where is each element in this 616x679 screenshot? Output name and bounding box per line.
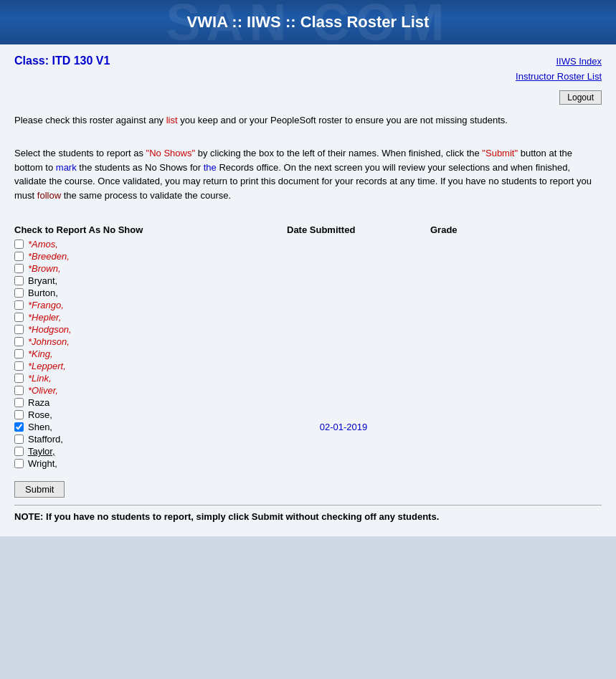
student-checkbox[interactable]	[14, 447, 24, 456]
table-row: Shen,02-01-2019	[14, 421, 602, 433]
table-row: *Johnson,	[14, 336, 602, 348]
class-name: ITD 130 V1	[52, 54, 110, 67]
highlight-mark: mark	[56, 162, 77, 173]
table-row: Wright,	[14, 457, 602, 470]
student-checkbox[interactable]	[14, 300, 24, 310]
col-header-name: Check to Report As No Show	[14, 224, 287, 235]
student-checkbox[interactable]	[14, 288, 24, 298]
table-row: *Frango,	[14, 299, 602, 311]
table-row: Rose,	[14, 409, 602, 421]
student-checkbox[interactable]	[14, 410, 24, 419]
student-list: *Amos,*Breeden,*Brown,Bryant,Burton,*Fra…	[14, 238, 602, 470]
logout-row: Logout	[14, 90, 602, 105]
table-row: *Link,	[14, 372, 602, 384]
student-checkbox[interactable]	[14, 325, 24, 334]
submit-button[interactable]: Submit	[14, 481, 65, 498]
student-name: *Brown,	[28, 263, 272, 274]
student-name: Raza	[28, 397, 272, 408]
highlight-list: list	[166, 115, 178, 125]
student-name: *Link,	[28, 373, 272, 384]
student-checkbox[interactable]	[14, 435, 24, 444]
table-row: *Hodgson,	[14, 323, 602, 336]
col-header-date: Date Submitted	[287, 224, 430, 235]
student-checkbox[interactable]	[14, 361, 24, 371]
student-name: Burton,	[28, 288, 272, 298]
col-header-grade: Grade	[430, 224, 538, 235]
student-checkbox[interactable]	[14, 386, 24, 395]
roster-table: Check to Report As No Show Date Submitte…	[14, 222, 602, 470]
student-checkbox[interactable]	[14, 252, 24, 261]
submit-row: Submit	[14, 481, 602, 498]
student-name: *Johnson,	[28, 336, 272, 347]
table-row: Burton,	[14, 287, 602, 299]
table-row: *Leppert,	[14, 360, 602, 372]
page-title: VWIA :: IIWS :: Class Roster List	[7, 13, 609, 32]
iiws-index-link[interactable]: IIWS Index	[516, 54, 602, 70]
instructions-para2: Select the students to report as "No Sho…	[14, 146, 602, 202]
highlight-submit: "Submit"	[482, 148, 518, 158]
student-name: Bryant,	[28, 275, 272, 286]
student-name: *Hodgson,	[28, 324, 272, 335]
student-name: Stafford,	[28, 434, 272, 445]
table-row: Stafford,	[14, 433, 602, 445]
divider	[14, 505, 602, 505]
student-checkbox[interactable]	[14, 374, 24, 383]
table-row: Raza	[14, 397, 602, 409]
student-checkbox[interactable]	[14, 264, 24, 273]
logout-button[interactable]: Logout	[559, 90, 602, 105]
student-checkbox[interactable]	[14, 349, 24, 359]
table-row: *Brown,	[14, 262, 602, 275]
table-header: Check to Report As No Show Date Submitte…	[14, 222, 602, 238]
student-name: Rose,	[28, 409, 272, 420]
table-row: Taylor,	[14, 445, 602, 457]
student-checkbox[interactable]	[14, 313, 24, 322]
instructions-para1: Please check this roster against any lis…	[14, 113, 602, 128]
highlight-no-shows: "No Shows"	[146, 148, 195, 158]
student-name: Taylor,	[28, 446, 272, 457]
student-name: Wright,	[28, 458, 272, 469]
student-name: *King,	[28, 348, 272, 359]
student-checkbox[interactable]	[14, 276, 24, 285]
student-checkbox[interactable]	[14, 239, 24, 249]
instructor-roster-link[interactable]: Instructor Roster List	[516, 70, 602, 85]
table-row: *Breeden,	[14, 250, 602, 262]
student-name: *Amos,	[28, 239, 272, 250]
highlight-follow: follow	[37, 190, 61, 201]
student-name: Shen,	[28, 422, 272, 432]
student-name: *Oliver,	[28, 385, 272, 396]
class-label: Class:	[14, 54, 49, 67]
highlight-the: the	[204, 162, 217, 173]
instructions-text1: Please check this roster against any lis…	[14, 115, 508, 125]
student-name: *Breeden,	[28, 251, 272, 262]
content-area: Class: ITD 130 V1 IIWS Index Instructor …	[0, 44, 616, 536]
student-checkbox[interactable]	[14, 422, 24, 432]
class-title: Class: ITD 130 V1	[14, 54, 110, 67]
student-checkbox[interactable]	[14, 459, 24, 468]
table-row: Bryant,	[14, 275, 602, 287]
page-header: SAN COM VWIA :: IIWS :: Class Roster Lis…	[0, 0, 616, 44]
student-name: *Frango,	[28, 300, 272, 310]
table-row: *Hepler,	[14, 311, 602, 323]
table-row: *Oliver,	[14, 384, 602, 397]
student-date: 02-01-2019	[272, 422, 415, 432]
nav-links: IIWS Index Instructor Roster List	[516, 54, 602, 85]
table-row: *King,	[14, 348, 602, 360]
note-text: NOTE: If you have no students to report,…	[14, 511, 602, 522]
student-checkbox[interactable]	[14, 337, 24, 346]
table-row: *Amos,	[14, 238, 602, 250]
student-checkbox[interactable]	[14, 398, 24, 407]
top-row: Class: ITD 130 V1 IIWS Index Instructor …	[14, 54, 602, 85]
student-name: *Hepler,	[28, 312, 272, 323]
student-name: *Leppert,	[28, 361, 272, 371]
